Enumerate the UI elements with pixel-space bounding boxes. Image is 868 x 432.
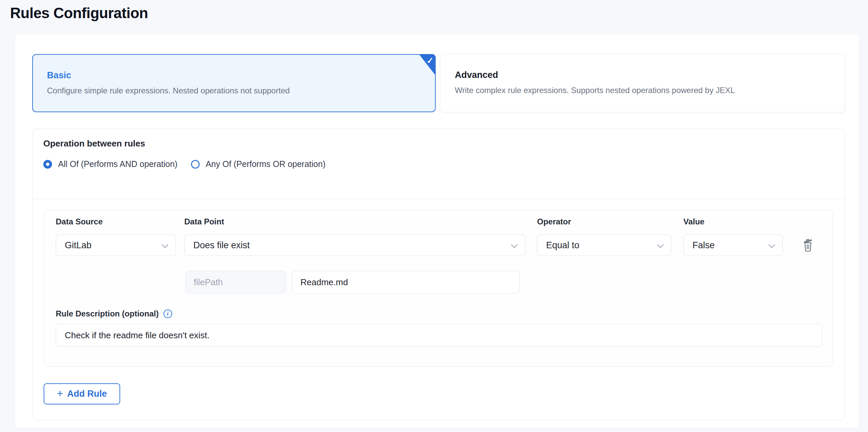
value-selected-value: False: [692, 240, 715, 251]
chevron-down-icon: [657, 242, 663, 248]
add-rule-button[interactable]: + Add Rule: [43, 383, 120, 404]
radio-option-any-of[interactable]: Any Of (Performs OR operation): [191, 159, 326, 169]
plus-icon: +: [57, 387, 63, 400]
info-icon[interactable]: i: [163, 309, 172, 318]
file-path-key-input[interactable]: [185, 271, 286, 294]
chevron-down-icon: [769, 242, 774, 248]
operator-label: Operator: [537, 217, 571, 226]
operation-radio-group: All Of (Performs AND operation) Any Of (…: [43, 159, 326, 169]
mode-card-advanced[interactable]: Advanced Write complex rule expressions.…: [440, 54, 845, 112]
rule-description-label: Rule Description (optional): [56, 309, 159, 318]
radio-label-all-of: All Of (Performs AND operation): [58, 159, 178, 169]
add-rule-button-label: Add Rule: [67, 389, 107, 399]
operation-between-rules-label: Operation between rules: [43, 138, 145, 149]
check-icon: ✓: [426, 55, 434, 65]
chevron-down-icon: [162, 242, 167, 248]
operator-select[interactable]: Equal to: [537, 234, 671, 256]
basic-mode-description: Configure simple rule expressions. Neste…: [47, 86, 435, 95]
data-point-select[interactable]: Does file exist: [184, 234, 525, 256]
radio-option-all-of[interactable]: All Of (Performs AND operation): [43, 159, 178, 169]
rule-description-label-row: Rule Description (optional) i: [56, 309, 172, 318]
value-label: Value: [683, 217, 705, 226]
data-source-label: Data Source: [56, 217, 103, 226]
value-select[interactable]: False: [683, 234, 783, 256]
radio-unselected-icon[interactable]: [191, 160, 200, 169]
page-title: Rules Configuration: [10, 5, 148, 22]
data-source-selected-value: GitLab: [65, 240, 92, 251]
section-divider: [33, 199, 844, 199]
radio-selected-icon[interactable]: [43, 160, 52, 169]
file-path-value-input[interactable]: [292, 271, 520, 294]
advanced-mode-title: Advanced: [455, 70, 844, 80]
basic-mode-title: Basic: [47, 70, 435, 81]
radio-label-any-of: Any Of (Performs OR operation): [206, 159, 326, 169]
trash-icon: [803, 238, 813, 252]
operator-selected-value: Equal to: [546, 240, 579, 251]
advanced-mode-description: Write complex rule expressions. Supports…: [455, 86, 844, 95]
data-point-selected-value: Does file exist: [193, 240, 250, 251]
mode-card-basic[interactable]: ✓ Basic Configure simple rule expression…: [32, 54, 436, 112]
chevron-down-icon: [512, 242, 517, 248]
rule-description-input[interactable]: [56, 324, 823, 347]
data-point-label: Data Point: [184, 217, 224, 226]
data-source-select[interactable]: GitLab: [56, 234, 176, 256]
rules-section: Operation between rules All Of (Performs…: [32, 129, 845, 420]
rule-parameters-row: [44, 271, 833, 294]
rules-configuration-panel: ✓ Basic Configure simple rule expression…: [15, 34, 859, 428]
rule-card: Data Source Data Point Operator Value Gi…: [43, 210, 833, 367]
delete-rule-button[interactable]: [799, 235, 817, 255]
